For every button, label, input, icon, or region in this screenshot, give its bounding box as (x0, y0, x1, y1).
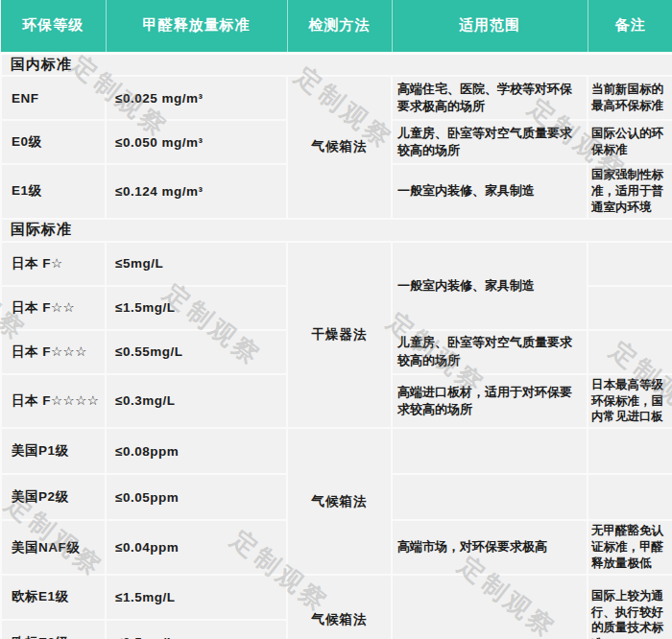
cell-grade: 欧标E1级 (1, 575, 106, 620)
table-row-eu-e1: 欧标E1级 ≤1.5mg/L 气候箱法 国际上较为通行、执行较好的质量技术标准 (1, 575, 672, 620)
cell-note-empty (588, 286, 672, 330)
cell-value: ≤1.5mg/L (106, 575, 287, 620)
table-row-japan-f1: 日本 F☆ ≤5mg/L 干燥器法 一般室内装修、家具制造 (1, 242, 672, 286)
cell-grade: 美国P2级 (1, 474, 106, 520)
table-row-us-p1: 美国P1级 ≤0.08ppm 气候箱法 (1, 428, 672, 474)
cell-value: ≤0.5mg/L (106, 620, 287, 639)
cell-scope: 高端进口板材，适用于对环保要求较高的场所 (392, 374, 588, 429)
cell-grade: 日本 F☆☆☆ (1, 330, 106, 374)
cell-value: ≤0.04ppm (106, 520, 287, 575)
cell-scope-empty (392, 428, 588, 474)
cell-note-empty (588, 428, 672, 474)
cell-grade: 美国NAF级 (1, 520, 106, 575)
cell-method-domestic: 气候箱法 (287, 76, 392, 219)
cell-grade: ENF (1, 76, 106, 120)
cell-scope: 高端市场，对环保要求极高 (392, 520, 588, 575)
section-row-domestic: 国内标准 (1, 53, 672, 76)
cell-note-empty (588, 242, 672, 286)
cell-scope-empty (392, 474, 588, 520)
cell-grade: 美国P1级 (1, 428, 106, 474)
table-row-enf: ENF ≤0.025 mg/m³ 气候箱法 高端住宅、医院、学校等对环保要求极高… (1, 76, 672, 120)
cell-value: ≤0.05ppm (106, 474, 287, 520)
cell-method-japan: 干燥器法 (287, 242, 392, 429)
cell-note: 国家强制性标准，适用于普通室内环境 (588, 164, 672, 219)
cell-scope: 一般室内装修、家具制造 (392, 242, 588, 330)
cell-grade: E0级 (1, 120, 106, 164)
col-header-method: 检测方法 (287, 0, 392, 53)
section-label-domestic: 国内标准 (1, 53, 672, 76)
cell-value: ≤0.3mg/L (106, 374, 287, 429)
cell-note: 当前新国标的最高环保标准 (588, 76, 672, 120)
cell-note: 无甲醛豁免认证标准，甲醛释放量极低 (588, 520, 672, 575)
cell-note-empty (588, 330, 672, 374)
cell-grade: E1级 (1, 164, 106, 219)
cell-grade: 日本 F☆ (1, 242, 106, 286)
cell-note: 国际上较为通行、执行较好的质量技术标准 (588, 575, 672, 639)
col-header-note: 备注 (588, 0, 672, 53)
col-header-scope: 适用范围 (392, 0, 588, 53)
cell-scope: 一般室内装修、家具制造 (392, 164, 588, 219)
cell-note-empty (588, 474, 672, 520)
cell-value: ≤0.050 mg/m³ (106, 120, 287, 164)
col-header-standard: 甲醛释放量标准 (106, 0, 287, 53)
cell-value: ≤0.025 mg/m³ (106, 76, 287, 120)
cell-note: 日本最高等级环保标准，国内常见进口板 (588, 374, 672, 429)
cell-scope: 高端住宅、医院、学校等对环保要求极高的场所 (392, 76, 588, 120)
cell-method-eu: 气候箱法 (287, 575, 392, 639)
cell-value: ≤0.55mg/L (106, 330, 287, 374)
cell-method-us: 气候箱法 (287, 428, 392, 575)
cell-scope-empty (392, 575, 588, 639)
table-header-row: 环保等级 甲醛释放量标准 检测方法 适用范围 备注 (1, 0, 672, 53)
cell-grade: 日本 F☆☆☆☆ (1, 374, 106, 429)
section-label-international: 国际标准 (1, 219, 672, 242)
cell-note: 国际公认的环保标准 (588, 120, 672, 164)
cell-scope: 儿童房、卧室等对空气质量要求较高的场所 (392, 330, 588, 374)
cell-value: ≤0.08ppm (106, 428, 287, 474)
col-header-grade: 环保等级 (1, 0, 106, 53)
section-row-international: 国际标准 (1, 219, 672, 242)
cell-value: ≤0.124 mg/m³ (106, 164, 287, 219)
cell-grade: 日本 F☆☆ (1, 286, 106, 330)
formaldehyde-standards-page: 环保等级 甲醛释放量标准 检测方法 适用范围 备注 国内标准 ENF ≤0.02… (0, 0, 672, 639)
formaldehyde-standards-table: 环保等级 甲醛释放量标准 检测方法 适用范围 备注 国内标准 ENF ≤0.02… (0, 0, 672, 639)
cell-grade: 欧标E2级 (1, 620, 106, 639)
cell-value: ≤5mg/L (106, 242, 287, 286)
cell-scope: 儿童房、卧室等对空气质量要求较高的场所 (392, 120, 588, 164)
cell-value: ≤1.5mg/L (106, 286, 287, 330)
